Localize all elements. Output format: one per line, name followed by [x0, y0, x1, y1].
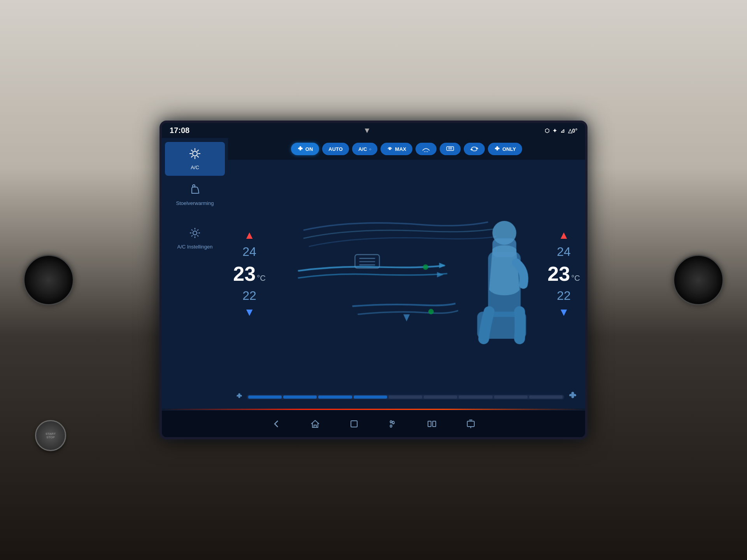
svg-marker-20: [439, 263, 446, 268]
fan-seg-3: [318, 396, 352, 399]
btn-ac-sub: ○: [369, 147, 371, 151]
svg-point-11: [389, 148, 391, 150]
right-temp-main: 23: [547, 262, 570, 285]
main-content: A/C Stoelverwarming: [162, 138, 585, 409]
right-temp-lower: 22: [557, 289, 571, 303]
nav-screenshot-button[interactable]: [463, 416, 479, 432]
bluetooth-icon: ⬡: [545, 128, 549, 134]
btn-on-label: ON: [305, 146, 313, 152]
fan-seg-6: [424, 396, 457, 399]
btn-auto[interactable]: AUTO: [322, 143, 349, 155]
sidebar: A/C Stoelverwarming: [162, 138, 228, 409]
fan-seg-7: [459, 396, 492, 399]
left-temp-panel: ▲ 24 23 °C 22 ▼: [228, 160, 271, 387]
right-temp-down[interactable]: ▼: [558, 306, 569, 318]
svg-rect-36: [467, 421, 474, 427]
btn-max-label: MAX: [395, 146, 406, 152]
right-temp-panel: ▲ 24 23 °C 22 ▼: [542, 160, 585, 387]
svg-rect-34: [428, 421, 431, 427]
climate-control-area: ON AUTO A/C ○ MAX: [228, 138, 585, 409]
svg-line-5: [191, 150, 193, 151]
btn-recirculate[interactable]: [464, 143, 485, 155]
right-temp-current: 23 °C: [547, 262, 580, 285]
nav-recents-button[interactable]: [346, 416, 362, 432]
btn-fan-only-label: ONLY: [502, 146, 516, 152]
btn-auto-label: AUTO: [328, 146, 343, 152]
svg-point-10: [193, 231, 197, 235]
svg-point-27: [423, 264, 428, 270]
sidebar-item-seat-heating[interactable]: Stoelverwarming: [162, 178, 228, 212]
fan-speed-bar: [228, 387, 585, 409]
svg-point-9: [193, 185, 195, 187]
fan-seg-2: [283, 396, 317, 399]
svg-point-0: [193, 151, 197, 156]
signal-icon: ✦: [552, 128, 557, 134]
left-temp-current: 23 °C: [233, 262, 265, 285]
temperature-icon: △0°: [568, 128, 577, 134]
seat-heating-icon: [189, 183, 201, 198]
fan-segments: [248, 396, 563, 399]
btn-fan-only[interactable]: ONLY: [488, 143, 522, 155]
svg-point-28: [428, 309, 434, 314]
nav-apps-button[interactable]: [385, 416, 401, 432]
fan-seg-5: [389, 396, 422, 399]
sidebar-settings-label: A/C Instellingen: [177, 244, 212, 250]
svg-marker-21: [437, 272, 444, 277]
svg-rect-35: [433, 421, 436, 427]
sidebar-item-ac[interactable]: A/C: [165, 142, 225, 176]
svg-rect-33: [351, 421, 357, 427]
bottom-navigation: [162, 410, 585, 437]
climate-top-bar: ON AUTO A/C ○ MAX: [228, 138, 585, 160]
fan-seg-4: [354, 396, 387, 399]
fan-bar-track[interactable]: [247, 395, 564, 399]
left-temp-main: 23: [233, 262, 256, 285]
svg-point-32: [493, 221, 516, 245]
nav-back-button[interactable]: [268, 416, 284, 432]
climate-body: ▲ 24 23 °C 22 ▼: [228, 160, 585, 387]
svg-marker-22: [403, 314, 410, 321]
left-temp-lower: 22: [242, 289, 256, 303]
clock: 17:08: [170, 126, 189, 135]
start-stop-button[interactable]: START STOP: [35, 420, 66, 451]
right-air-vent: [673, 255, 724, 305]
right-temp-unit: °C: [571, 274, 580, 283]
network-icon: ⊿: [560, 128, 565, 134]
nav-home-button[interactable]: [307, 416, 323, 432]
airflow-visualization: [271, 160, 542, 387]
sidebar-seat-label: Stoelverwarming: [176, 200, 214, 206]
btn-fan-on[interactable]: ON: [291, 143, 319, 155]
fan-seg-9: [529, 396, 563, 399]
ac-icon: [189, 147, 201, 163]
svg-line-8: [191, 156, 193, 158]
infotainment-screen: 17:08 ▼ ⬡ ✦ ⊿ △0°: [160, 121, 587, 439]
btn-ac[interactable]: A/C ○: [352, 143, 377, 155]
btn-ac-label: A/C: [358, 146, 367, 152]
left-temp-down[interactable]: ▼: [244, 306, 255, 318]
left-temp-upper: 24: [242, 245, 256, 259]
settings-icon: [189, 227, 201, 242]
nav-splitscreen-button[interactable]: [424, 416, 440, 432]
dashboard-background: START STOP 17:08 ▼ ⬡ ✦ ⊿ △0°: [0, 0, 747, 560]
sidebar-item-ac-settings[interactable]: A/C Instellingen: [162, 221, 228, 255]
status-icons: ⬡ ✦ ⊿ △0°: [545, 128, 577, 134]
svg-line-6: [197, 156, 199, 158]
fan-seg-1: [248, 396, 282, 399]
right-temp-up[interactable]: ▲: [558, 229, 569, 242]
left-temp-up[interactable]: ▲: [244, 229, 255, 242]
fan-seg-8: [494, 396, 528, 399]
status-bar: 17:08 ▼ ⬡ ✦ ⊿ △0°: [162, 123, 585, 138]
left-air-vent: [23, 255, 74, 305]
btn-rear[interactable]: [440, 143, 461, 155]
left-temp-unit: °C: [257, 274, 265, 283]
sidebar-ac-label: A/C: [191, 164, 199, 170]
svg-line-7: [197, 150, 199, 151]
btn-windshield[interactable]: [416, 143, 437, 155]
svg-rect-15: [447, 147, 454, 150]
fan-icon-large: [568, 391, 577, 403]
btn-max[interactable]: MAX: [381, 143, 412, 155]
fan-icon-small: [236, 393, 243, 402]
right-temp-upper: 24: [557, 245, 571, 259]
